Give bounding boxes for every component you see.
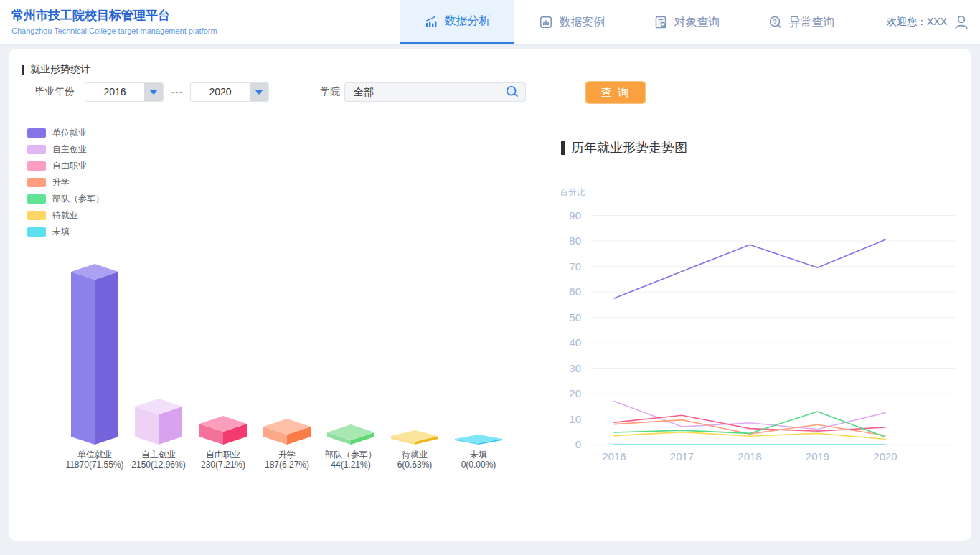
year-range-separator: --- — [171, 86, 183, 97]
legend-swatch — [27, 128, 46, 138]
y-tick-label: 30 — [569, 362, 581, 374]
bar-value-label: 44(1.21%) — [331, 460, 370, 470]
legend-item-1[interactable]: 自主创业 — [27, 145, 104, 154]
bar-chart-arrow-icon — [424, 14, 438, 29]
y-tick-label: 90 — [569, 209, 581, 222]
x-tick-label: 2018 — [738, 450, 761, 463]
chevron-down-icon — [150, 90, 157, 95]
y-tick-label: 20 — [569, 387, 581, 399]
legend-label: 未填 — [52, 226, 70, 238]
y-tick-label: 0 — [575, 438, 581, 450]
legend-label: 部队（参军） — [52, 193, 104, 205]
legend-swatch — [27, 145, 46, 154]
nav-item-object-query[interactable]: 对象查询 — [629, 0, 744, 44]
section-title-employment-stats: 就业形势统计 — [22, 63, 90, 76]
section-title-text: 就业形势统计 — [30, 63, 90, 76]
nav-label: 数据案例 — [560, 15, 606, 30]
legend-label: 自由职业 — [52, 160, 87, 172]
bar-category-label: 待就业 — [402, 450, 428, 460]
chevron-down-icon — [255, 90, 263, 95]
year-from-dropdown-button[interactable] — [144, 83, 163, 101]
bar-column-4[interactable]: 部队（参军）44(1.21%) — [324, 424, 377, 470]
y-tick-label: 50 — [569, 311, 581, 323]
legend-label: 待就业 — [52, 209, 78, 222]
app-header: 常州市技工院校目标管理平台 Changzhou Technical Colleg… — [0, 0, 980, 44]
nav-label: 数据分析 — [445, 14, 491, 29]
bar-column-5[interactable]: 待就业6(0.63%) — [391, 430, 438, 470]
x-tick-label: 2017 — [670, 450, 694, 463]
query-button[interactable]: 查 询 — [585, 81, 646, 104]
line-series-1 — [614, 402, 885, 430]
bar-value-label: 187(6.27%) — [265, 460, 309, 470]
y-axis-title: 百分比 — [560, 186, 585, 199]
x-tick-label: 2019 — [806, 450, 829, 463]
legend-item-3[interactable]: 升学 — [27, 178, 104, 187]
trend-chart-title: 历年就业形势走势图 — [561, 139, 687, 156]
year-to-value: 2020 — [191, 83, 250, 101]
nav-item-anomaly-query[interactable]: ? 异常查询 — [744, 0, 859, 44]
magnifier-icon[interactable] — [505, 85, 520, 100]
y-tick-label: 40 — [569, 336, 581, 348]
legend-item-5[interactable]: 待就业 — [27, 211, 104, 220]
legend-swatch — [27, 161, 46, 171]
graduation-year-label: 毕业年份 — [34, 85, 75, 98]
legend-item-4[interactable]: 部队（参军） — [27, 194, 104, 204]
main-card: 就业形势统计 毕业年份 2016 --- 2020 学院 全部 查 询 单位就业… — [9, 49, 971, 541]
bar-column-1[interactable]: 自主创业2150(12.96%) — [131, 399, 185, 470]
user-area[interactable]: 欢迎您：XXX — [887, 0, 970, 44]
bar-column-0[interactable]: 单位就业11870(71.55%) — [65, 264, 123, 470]
bar-category-label: 部队（参军） — [324, 450, 377, 460]
bar-column-6[interactable]: 未填0(0.00%) — [455, 435, 502, 470]
bar-category-label: 单位就业 — [77, 450, 112, 460]
bar-value-label: 6(0.63%) — [397, 460, 433, 470]
nav-item-data-cases[interactable]: 数据案例 — [514, 0, 629, 44]
legend-label: 单位就业 — [52, 127, 87, 139]
welcome-text: 欢迎您：XXX — [887, 16, 947, 29]
legend-item-6[interactable]: 未填 — [27, 227, 104, 237]
college-search-input[interactable]: 全部 — [344, 82, 526, 102]
bar-value-label: 11870(71.55%) — [65, 460, 123, 470]
report-icon — [539, 15, 553, 29]
bar-column-2[interactable]: 自由职业230(7.21%) — [199, 416, 247, 470]
bar-category-label: 未填 — [470, 450, 487, 460]
legend-label: 升学 — [52, 176, 70, 189]
person-icon[interactable] — [953, 14, 970, 31]
bar-column-3[interactable]: 升学187(6.27%) — [263, 419, 311, 470]
year-to-select[interactable]: 2020 — [190, 82, 269, 102]
legend-item-2[interactable]: 自由职业 — [27, 161, 104, 171]
legend-swatch — [27, 178, 46, 187]
college-label: 学院 — [320, 85, 340, 98]
year-to-dropdown-button[interactable] — [250, 83, 268, 101]
y-tick-label: 80 — [569, 234, 581, 247]
legend-swatch — [27, 227, 46, 237]
bar-chart-legend: 单位就业自主创业自由职业升学部队（参军）待就业未填 — [27, 128, 104, 237]
bar-value-label: 2150(12.96%) — [131, 460, 185, 470]
legend-label: 自主创业 — [52, 143, 87, 156]
brand: 常州市技工院校目标管理平台 Changzhou Technical Colleg… — [11, 7, 217, 35]
year-from-select[interactable]: 2016 — [85, 82, 164, 102]
trend-title-text: 历年就业形势走势图 — [571, 139, 687, 156]
main-nav: 数据分析 数据案例 — [400, 0, 859, 44]
y-tick-label: 70 — [569, 260, 581, 272]
app-subtitle: Changzhou Technical College target manag… — [11, 27, 217, 35]
college-input-value: 全部 — [345, 86, 505, 99]
document-search-icon — [654, 15, 668, 29]
nav-item-data-analysis[interactable]: 数据分析 — [400, 0, 514, 44]
x-tick-label: 2016 — [602, 450, 626, 463]
section-marker — [22, 65, 24, 75]
bar-category-label: 自主创业 — [141, 450, 176, 460]
bar-category-label: 自由职业 — [206, 450, 240, 460]
nav-label: 对象查询 — [674, 15, 720, 30]
bar-value-label: 230(7.21%) — [201, 460, 245, 470]
nav-label: 异常查询 — [789, 15, 835, 30]
year-from-value: 2016 — [85, 83, 144, 101]
app-title: 常州市技工院校目标管理平台 — [11, 7, 217, 24]
employment-bar-chart: 单位就业11870(71.55%)自主创业2150(12.96%)自由职业230… — [22, 255, 524, 477]
legend-item-0[interactable]: 单位就业 — [27, 128, 104, 138]
legend-swatch — [27, 211, 46, 220]
bar-value-label: 0(0.00%) — [461, 460, 496, 470]
y-tick-label: 10 — [569, 413, 581, 425]
legend-swatch — [27, 194, 46, 204]
question-search-icon: ? — [768, 15, 783, 29]
bar-category-label: 升学 — [278, 450, 296, 460]
